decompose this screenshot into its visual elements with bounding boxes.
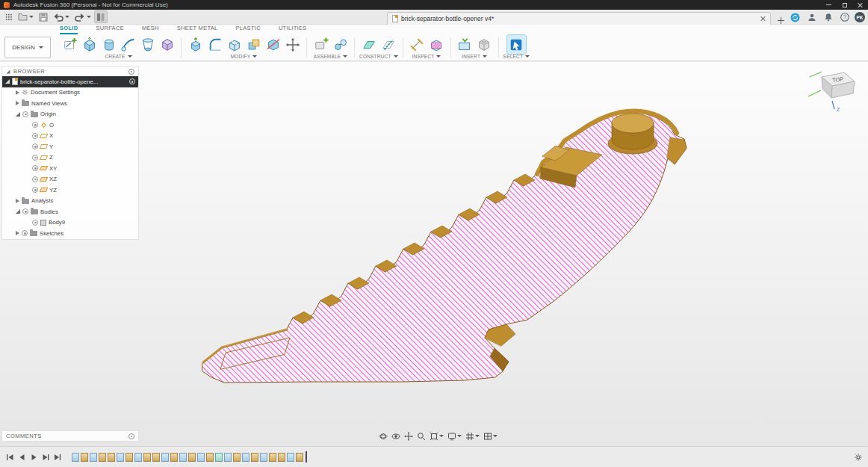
orbit-button[interactable] bbox=[378, 430, 388, 442]
timeline-feature-feature[interactable] bbox=[188, 453, 196, 462]
visibility-icon[interactable] bbox=[22, 208, 28, 214]
tab-mesh[interactable]: MESH bbox=[142, 25, 159, 34]
notifications-button[interactable] bbox=[822, 11, 835, 24]
browser-item-yz-plane[interactable]: YZ bbox=[2, 185, 138, 196]
tab-sheet-metal[interactable]: SHEET METAL bbox=[177, 25, 218, 34]
construct-axis-button[interactable] bbox=[379, 35, 397, 54]
loft-button[interactable] bbox=[138, 35, 157, 54]
timeline-feature-feature[interactable] bbox=[278, 453, 285, 462]
timeline-feature-sketch[interactable] bbox=[72, 453, 79, 462]
timeline-feature-feature[interactable] bbox=[251, 453, 258, 462]
timeline-feature-feature[interactable] bbox=[233, 453, 241, 462]
visibility-icon[interactable] bbox=[32, 155, 38, 161]
timeline-feature-sketch[interactable] bbox=[134, 453, 142, 462]
new-component-button[interactable] bbox=[311, 35, 330, 54]
tab-surface[interactable]: SURFACE bbox=[96, 25, 124, 34]
expand-icon[interactable] bbox=[16, 199, 19, 203]
help-button[interactable]: ? bbox=[838, 11, 852, 24]
revolve-button[interactable] bbox=[99, 35, 118, 54]
expand-icon[interactable] bbox=[16, 90, 19, 95]
account-button[interactable] bbox=[805, 11, 819, 24]
browser-item-document-settings[interactable]: Document Settings bbox=[2, 87, 138, 99]
file-menu-button[interactable] bbox=[16, 10, 36, 23]
browser-item-named-views[interactable]: Named Views bbox=[2, 98, 138, 109]
timeline-feature-sketch[interactable] bbox=[161, 453, 169, 462]
browser-item-xz-plane[interactable]: XZ bbox=[2, 174, 138, 185]
insert-mesh-button[interactable] bbox=[475, 35, 494, 54]
new-tab-button[interactable] bbox=[775, 14, 787, 27]
job-status-button[interactable] bbox=[788, 11, 802, 24]
timeline-feature-sketch[interactable] bbox=[117, 453, 124, 462]
save-button[interactable] bbox=[37, 10, 50, 23]
visibility-icon[interactable] bbox=[32, 220, 38, 226]
modify-menu-button[interactable]: MODIFY bbox=[231, 54, 257, 61]
timeline-feature-feature[interactable] bbox=[99, 453, 106, 462]
create-menu-button[interactable]: CREATE bbox=[105, 54, 131, 61]
browser-options-icon[interactable] bbox=[128, 69, 134, 75]
undo-button[interactable] bbox=[51, 10, 72, 23]
timeline-feature-feature[interactable] bbox=[296, 453, 303, 462]
visibility-icon[interactable] bbox=[32, 133, 38, 139]
browser-item-sketches[interactable]: Sketches bbox=[2, 228, 138, 239]
browser-header[interactable]: BROWSER bbox=[2, 67, 138, 76]
tab-utilities[interactable]: UTILITIES bbox=[279, 25, 307, 34]
browser-item-analysis[interactable]: Analysis bbox=[2, 196, 138, 207]
grid-layout-button[interactable] bbox=[465, 430, 480, 442]
item-options-icon[interactable] bbox=[129, 78, 135, 84]
timeline-feature-feature[interactable] bbox=[170, 453, 178, 462]
collapse-icon[interactable] bbox=[7, 69, 10, 73]
inspect-menu-button[interactable]: INSPECT bbox=[412, 54, 441, 61]
timeline-feature-feature[interactable] bbox=[125, 453, 133, 462]
timeline-cursor[interactable] bbox=[306, 451, 307, 463]
section-analysis-button[interactable] bbox=[427, 35, 446, 54]
split-body-button[interactable] bbox=[264, 35, 282, 54]
comments-bar[interactable]: COMMENTS bbox=[1, 430, 139, 442]
timeline-feature-feature[interactable] bbox=[81, 453, 88, 462]
timeline-feature-feature[interactable] bbox=[143, 453, 151, 462]
viewport[interactable]: TOP Z BROWSER brick-separator-bottle-ope… bbox=[0, 62, 868, 446]
skip-to-start-button[interactable] bbox=[4, 452, 15, 463]
expand-icon[interactable] bbox=[16, 231, 19, 235]
timeline-feature-feature[interactable] bbox=[206, 453, 214, 462]
browser-item-document[interactable]: brick-separator-bottle-opene... bbox=[2, 76, 138, 87]
play-button[interactable] bbox=[28, 452, 39, 463]
select-menu-button[interactable]: SELECT bbox=[503, 54, 530, 61]
browser-item-origin[interactable]: Origin bbox=[2, 109, 138, 120]
visibility-icon[interactable] bbox=[32, 187, 38, 193]
timeline-feature-sketch[interactable] bbox=[224, 453, 232, 462]
construct-menu-button[interactable]: CONSTRUCT bbox=[359, 54, 398, 61]
form-button[interactable] bbox=[158, 35, 176, 54]
measure-button[interactable] bbox=[408, 35, 427, 54]
app-grid-button[interactable] bbox=[2, 10, 15, 23]
browser-item-y-axis[interactable]: Y bbox=[2, 141, 138, 152]
browser-item-bodies[interactable]: Bodies bbox=[2, 206, 138, 217]
design-menu-button[interactable]: DESIGN bbox=[4, 37, 51, 58]
timeline-feature-sketch[interactable] bbox=[260, 453, 267, 462]
tab-plastic[interactable]: PLASTIC bbox=[236, 25, 261, 34]
expand-icon[interactable] bbox=[16, 112, 20, 117]
close-button[interactable] bbox=[852, 0, 868, 10]
browser-item-origin-point[interactable]: O bbox=[2, 120, 138, 131]
select-button[interactable] bbox=[507, 35, 526, 54]
skip-to-end-button[interactable] bbox=[52, 452, 63, 463]
comments-options-icon[interactable] bbox=[128, 433, 134, 439]
fit-button[interactable] bbox=[429, 430, 444, 442]
look-at-button[interactable] bbox=[391, 430, 401, 442]
timeline-feature-sketch[interactable] bbox=[179, 453, 187, 462]
combine-button[interactable] bbox=[244, 35, 263, 54]
construct-plane-button[interactable] bbox=[359, 35, 378, 54]
shell-button[interactable] bbox=[225, 35, 244, 54]
zoom-button[interactable] bbox=[416, 430, 427, 442]
expand-icon[interactable] bbox=[16, 101, 19, 105]
timeline-feature-feature[interactable] bbox=[152, 453, 160, 462]
timeline-settings-button[interactable] bbox=[853, 452, 864, 463]
document-tab[interactable]: brick-separator-bottle-opener v4* bbox=[387, 12, 771, 25]
sweep-button[interactable] bbox=[119, 35, 137, 54]
timeline-feature-feature[interactable] bbox=[269, 453, 276, 462]
insert-derive-button[interactable] bbox=[456, 35, 474, 54]
browser-item-x-axis[interactable]: X bbox=[2, 131, 138, 142]
browser-item-xy-plane[interactable]: XY bbox=[2, 163, 138, 174]
pan-button[interactable] bbox=[403, 430, 414, 442]
timeline-feature-feature[interactable] bbox=[108, 453, 115, 462]
tab-solid[interactable]: SOLID bbox=[60, 25, 78, 34]
